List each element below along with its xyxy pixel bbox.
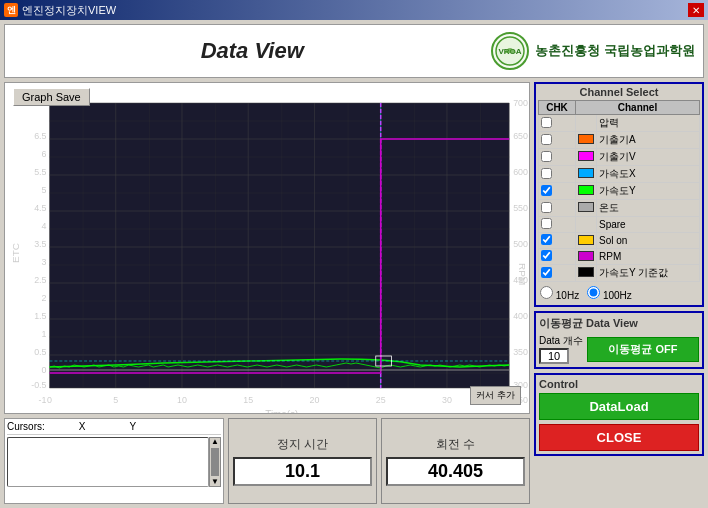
- channel-checkbox[interactable]: [541, 134, 552, 145]
- channel-checkbox[interactable]: [541, 185, 552, 196]
- col-chk: CHK: [539, 101, 576, 115]
- channel-checkbox[interactable]: [541, 202, 552, 213]
- channel-checkbox[interactable]: [541, 250, 552, 261]
- channel-select-panel: Channel Select CHK Channel 압력기출기A기출기V가속도…: [534, 82, 704, 307]
- channel-row: 기출기A: [539, 132, 700, 149]
- svg-text:2.5: 2.5: [34, 275, 46, 285]
- svg-text:0: 0: [47, 395, 52, 405]
- channel-checkbox[interactable]: [541, 117, 552, 128]
- channel-name: Spare: [596, 217, 699, 233]
- svg-text:600: 600: [513, 167, 528, 177]
- svg-text:25: 25: [376, 395, 386, 405]
- channel-select-title: Channel Select: [538, 86, 700, 98]
- org-name: 농촌진흥청 국립농업과학원: [535, 42, 695, 60]
- svg-text:700: 700: [513, 98, 528, 108]
- svg-text:0: 0: [42, 365, 47, 375]
- rpm-panel: 회전 수 40.405: [381, 418, 530, 504]
- svg-text:650: 650: [513, 131, 528, 141]
- graph-svg: 7 6.5 6 5.5 5 4.5 4 3.5 3 2.5 2 1.5 1 0.…: [5, 83, 529, 413]
- channel-color: [575, 233, 596, 249]
- channel-name: 기출기V: [596, 149, 699, 166]
- channel-checkbox[interactable]: [541, 234, 552, 245]
- svg-text:350: 350: [513, 347, 528, 357]
- channel-color: [575, 265, 596, 282]
- channel-row: 압력: [539, 115, 700, 132]
- channel-name: 가속도Y: [596, 183, 699, 200]
- svg-text:Time(s): Time(s): [265, 409, 298, 413]
- time-value: 10.1: [233, 457, 372, 486]
- cursors-x-label: X: [79, 421, 86, 432]
- svg-text:-0.5: -0.5: [31, 380, 46, 390]
- right-panel: Channel Select CHK Channel 압력기출기A기출기V가속도…: [534, 82, 704, 504]
- rpm-value: 40.405: [386, 457, 525, 486]
- hz-10-radio[interactable]: [540, 286, 553, 299]
- channel-row: Sol on: [539, 233, 700, 249]
- channel-checkbox[interactable]: [541, 218, 552, 229]
- cursors-y-label: Y: [129, 421, 136, 432]
- channel-row: 온도: [539, 200, 700, 217]
- svg-text:6: 6: [42, 149, 47, 159]
- hz-100-radio[interactable]: [587, 286, 600, 299]
- data-count-input[interactable]: [539, 348, 569, 364]
- data-count-label: Data 개수: [539, 334, 583, 348]
- svg-text:4.5: 4.5: [34, 203, 46, 213]
- channel-color: [575, 132, 596, 149]
- svg-text:1.5: 1.5: [34, 311, 46, 321]
- svg-text:ETC: ETC: [10, 243, 21, 263]
- svg-text:10: 10: [177, 395, 187, 405]
- channel-name: 가속도X: [596, 166, 699, 183]
- svg-text:500: 500: [513, 239, 528, 249]
- header: Data View VROA 농촌진흥청 국립농업과학원: [4, 24, 704, 78]
- svg-text:1: 1: [42, 329, 47, 339]
- cursors-scrollbar[interactable]: ▲ ▼: [209, 437, 221, 487]
- cursors-panel: Cursors: X Y ▲ ▼: [4, 418, 224, 504]
- content-row: Graph Save: [4, 82, 704, 504]
- close-button[interactable]: CLOSE: [539, 424, 699, 451]
- channel-checkbox[interactable]: [541, 168, 552, 179]
- cursors-list[interactable]: [7, 437, 209, 487]
- cursors-label: Cursors:: [7, 421, 45, 432]
- svg-text:5: 5: [42, 185, 47, 195]
- channel-checkbox[interactable]: [541, 151, 552, 162]
- channel-checkbox[interactable]: [541, 267, 552, 278]
- svg-text:0.5: 0.5: [34, 347, 46, 357]
- channel-row: RPM: [539, 249, 700, 265]
- channel-name: 가속도Y 기준값: [596, 265, 699, 282]
- add-cursor-button[interactable]: 커서 추가: [470, 386, 521, 405]
- channel-color: [575, 149, 596, 166]
- time-panel: 정지 시간 10.1: [228, 418, 377, 504]
- channel-row: 가속도Y 기준값: [539, 265, 700, 282]
- app-icon: 엔: [4, 3, 18, 17]
- svg-text:-1: -1: [39, 395, 47, 405]
- channel-color: [575, 115, 596, 132]
- svg-text:15: 15: [243, 395, 253, 405]
- svg-text:400: 400: [513, 311, 528, 321]
- moving-avg-off-button[interactable]: 이동평균 OFF: [587, 337, 699, 362]
- control-section: Control DataLoad CLOSE: [534, 373, 704, 456]
- svg-text:550: 550: [513, 203, 528, 213]
- dataload-button[interactable]: DataLoad: [539, 393, 699, 420]
- svg-text:3.5: 3.5: [34, 239, 46, 249]
- channel-name: 온도: [596, 200, 699, 217]
- title-bar: 엔 엔진정지장치VIEW ✕: [0, 0, 708, 20]
- graph-save-button[interactable]: Graph Save: [13, 88, 90, 106]
- svg-text:3: 3: [42, 257, 47, 267]
- channel-row: 가속도Y: [539, 183, 700, 200]
- channel-name: RPM: [596, 249, 699, 265]
- hz-options: 10Hz 100Hz: [538, 284, 700, 303]
- channel-row: 기출기V: [539, 149, 700, 166]
- cursors-header: Cursors: X Y: [7, 421, 221, 435]
- channel-tbody: 압력기출기A기출기V가속도X가속도Y온도SpareSol onRPM가속도Y 기…: [539, 115, 700, 282]
- rpm-label: 회전 수: [436, 436, 475, 453]
- graph-container: Graph Save: [4, 82, 530, 414]
- svg-text:20: 20: [310, 395, 320, 405]
- svg-text:2: 2: [42, 293, 47, 303]
- window-close-button[interactable]: ✕: [688, 3, 704, 17]
- hz-100-option[interactable]: 100Hz: [587, 286, 632, 301]
- channel-color: [575, 249, 596, 265]
- hz-10-option[interactable]: 10Hz: [540, 286, 579, 301]
- moving-avg-title: 이동평균 Data View: [539, 316, 699, 331]
- channel-color: [575, 217, 596, 233]
- channel-name: 압력: [596, 115, 699, 132]
- page-title: Data View: [13, 38, 491, 64]
